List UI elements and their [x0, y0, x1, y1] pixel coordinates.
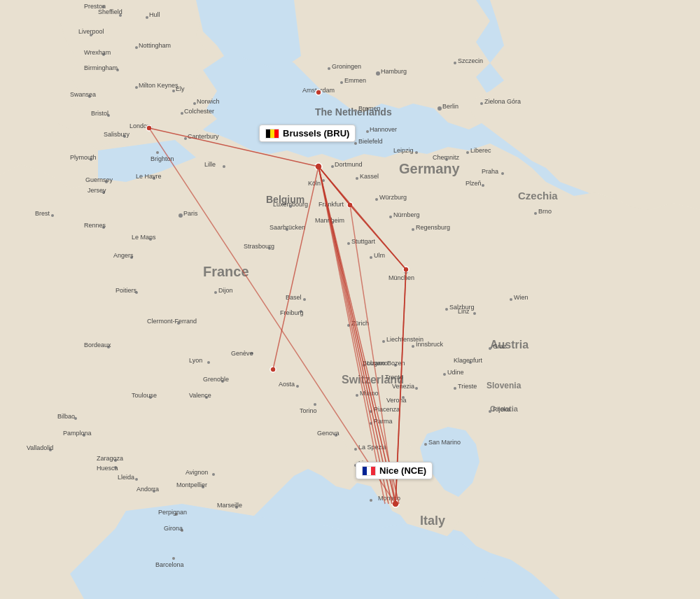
svg-point-209: [401, 471, 404, 474]
svg-text:Valence: Valence: [189, 392, 211, 399]
svg-point-175: [296, 385, 299, 388]
svg-text:Brest: Brest: [35, 210, 50, 217]
svg-text:Marseille: Marseille: [217, 502, 242, 509]
svg-text:Colchester: Colchester: [184, 108, 214, 115]
svg-text:München: München: [388, 274, 414, 281]
svg-text:Paris: Paris: [183, 210, 198, 217]
svg-text:Birmingham: Birmingham: [84, 64, 118, 71]
svg-point-149: [412, 228, 414, 231]
svg-text:Groningen: Groningen: [332, 63, 361, 70]
svg-point-71: [207, 361, 210, 364]
svg-text:Ulm: Ulm: [374, 252, 385, 259]
svg-text:Italy: Italy: [420, 514, 445, 528]
svg-text:Luxembourg: Luxembourg: [273, 201, 308, 208]
svg-point-165: [501, 172, 504, 175]
svg-point-205: [445, 308, 448, 311]
svg-text:Genève: Genève: [231, 350, 253, 357]
svg-text:Poitiers: Poitiers: [115, 287, 137, 294]
svg-point-37: [181, 112, 183, 115]
svg-text:Zielona Góra: Zielona Góra: [484, 98, 521, 105]
svg-point-213: [489, 410, 491, 413]
svg-text:Trento: Trento: [385, 374, 403, 381]
svg-text:Brno: Brno: [538, 208, 552, 215]
svg-text:Pamplona: Pamplona: [63, 430, 92, 437]
svg-text:Le Mans: Le Mans: [132, 234, 156, 241]
svg-text:Klagenfurt: Klagenfurt: [454, 357, 483, 364]
svg-text:Norwich: Norwich: [197, 98, 220, 105]
svg-text:Girona: Girona: [164, 525, 183, 532]
svg-text:Hannover: Hannover: [370, 126, 397, 133]
svg-point-15: [146, 16, 148, 19]
svg-point-207: [370, 499, 372, 502]
svg-point-21: [135, 46, 138, 49]
svg-point-119: [328, 67, 330, 70]
svg-text:Innsbruck: Innsbruck: [416, 341, 444, 348]
svg-text:Freiburg: Freiburg: [280, 309, 304, 316]
svg-text:Zaragoza: Zaragoza: [97, 455, 123, 462]
map-container: France Germany Belgium The Netherlands S…: [0, 0, 700, 599]
svg-text:Leipzig: Leipzig: [393, 147, 414, 154]
svg-text:Slovenia: Slovenia: [486, 381, 522, 390]
svg-text:Wien: Wien: [514, 294, 528, 301]
svg-text:Nürnberg: Nürnberg: [393, 211, 420, 218]
svg-text:Verona: Verona: [386, 397, 407, 404]
svg-text:Trieste: Trieste: [458, 383, 477, 390]
svg-point-95: [135, 478, 138, 481]
svg-text:Perpignan: Perpignan: [158, 509, 187, 516]
svg-point-219: [473, 312, 476, 315]
svg-text:Piacenza: Piacenza: [374, 406, 400, 413]
svg-point-145: [347, 242, 350, 245]
svg-point-230: [316, 90, 321, 95]
svg-text:Clermont-Ferrand: Clermont-Ferrand: [147, 318, 197, 325]
svg-point-217: [489, 347, 491, 350]
svg-text:Würzburg: Würzburg: [379, 194, 407, 201]
svg-text:Germany: Germany: [399, 161, 461, 176]
svg-point-51: [51, 214, 54, 217]
svg-point-57: [178, 213, 183, 218]
svg-text:Jersey: Jersey: [88, 187, 106, 194]
svg-text:Avignon: Avignon: [186, 469, 208, 476]
svg-text:Strasbourg: Strasbourg: [244, 243, 274, 250]
svg-point-25: [135, 86, 138, 89]
svg-text:Berlin: Berlin: [442, 103, 458, 110]
svg-text:Grenoble: Grenoble: [203, 376, 229, 383]
svg-point-197: [443, 373, 446, 376]
svg-point-199: [454, 387, 456, 390]
svg-text:Salisbury: Salisbury: [104, 131, 130, 138]
svg-text:Lyon: Lyon: [189, 357, 202, 364]
svg-point-163: [354, 142, 357, 145]
svg-point-79: [223, 165, 225, 168]
svg-text:Angers: Angers: [113, 252, 134, 259]
svg-point-223: [454, 62, 456, 64]
svg-point-139: [438, 106, 442, 111]
svg-text:Bristol: Bristol: [91, 110, 108, 117]
svg-text:Preston: Preston: [84, 3, 106, 10]
svg-point-211: [424, 443, 427, 446]
svg-point-173: [534, 212, 537, 215]
svg-text:San Marino: San Marino: [428, 439, 461, 446]
svg-text:Bordeaux: Bordeaux: [84, 341, 111, 348]
svg-text:Ely: Ely: [176, 85, 185, 92]
svg-point-141: [415, 151, 418, 154]
svg-text:Frankfurt: Frankfurt: [318, 201, 344, 208]
svg-text:Liberec: Liberec: [470, 147, 491, 154]
svg-point-31: [156, 151, 159, 154]
svg-point-189: [354, 464, 357, 467]
svg-point-135: [354, 109, 357, 112]
svg-point-177: [314, 403, 316, 406]
map-svg: France Germany Belgium The Netherlands S…: [0, 0, 700, 599]
svg-text:Bielefeld: Bielefeld: [358, 138, 383, 145]
svg-text:Rijeka: Rijeka: [493, 406, 510, 413]
svg-text:Montpellier: Montpellier: [176, 481, 207, 488]
svg-text:Andorra: Andorra: [136, 486, 159, 493]
svg-point-125: [331, 165, 334, 168]
svg-point-191: [415, 387, 418, 390]
svg-text:Lleida: Lleida: [118, 474, 134, 481]
svg-point-179: [356, 394, 358, 397]
svg-point-225: [480, 102, 483, 105]
svg-text:Czechia: Czechia: [518, 190, 558, 202]
svg-text:Udine: Udine: [447, 369, 464, 376]
svg-text:Lille: Lille: [204, 161, 216, 168]
svg-point-155: [370, 256, 372, 259]
svg-point-123: [340, 81, 343, 84]
